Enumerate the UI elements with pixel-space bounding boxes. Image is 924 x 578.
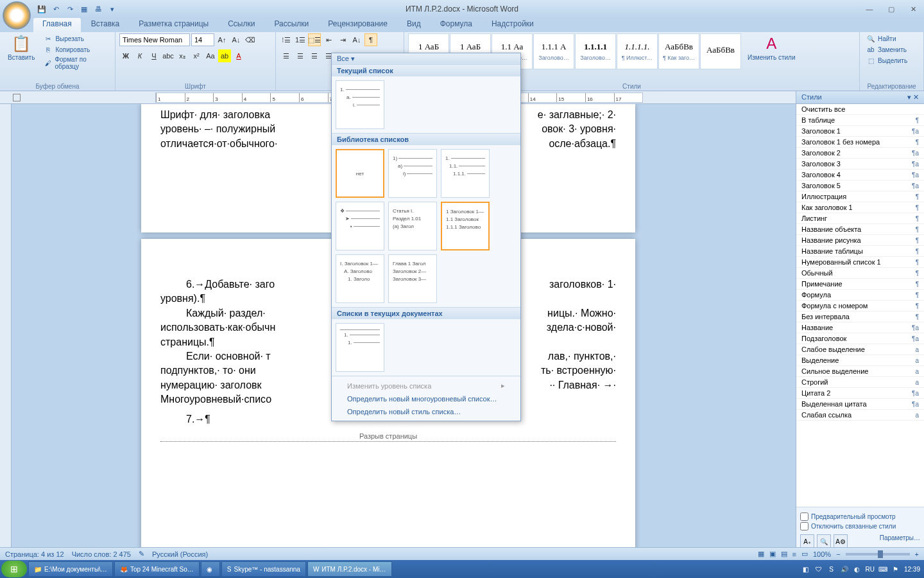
qat-more-icon[interactable]: ▾: [107, 3, 118, 15]
style-list-item[interactable]: В таблице¶: [796, 115, 924, 126]
clock[interactable]: 12:39: [904, 566, 920, 573]
font-name-select[interactable]: [119, 33, 190, 46]
change-styles-button[interactable]: A Изменить стили: [744, 33, 799, 62]
word-count[interactable]: Число слов: 2 475: [72, 550, 131, 558]
copy-button[interactable]: ⎘Копировать: [41, 44, 111, 55]
shrink-font-button[interactable]: A↓: [230, 33, 243, 46]
list-preview-current[interactable]: 1. a. i.: [336, 80, 384, 129]
list-preview-item[interactable]: 1 Заголовок 1— 1.1 Заголовок 1.1.1 Загол…: [441, 202, 490, 250]
align-center-button[interactable]: ☰: [294, 49, 307, 62]
menu-define-style[interactable]: Определить новый стиль списка…: [332, 405, 520, 418]
zoom-level[interactable]: 100%: [813, 550, 831, 558]
show-marks-button[interactable]: ¶: [364, 33, 377, 46]
zoom-slider[interactable]: [846, 553, 910, 556]
style-list-item[interactable]: Заголовок 4¶а: [796, 170, 924, 180]
tab-addins[interactable]: Надстройки: [483, 18, 543, 32]
style-list-item[interactable]: Листинг¶: [796, 213, 924, 224]
style-list-item[interactable]: Нумерованный список 1¶: [796, 257, 924, 268]
style-list-item[interactable]: Сильное выделениеa: [796, 366, 924, 377]
style-list-item[interactable]: Заголовок 2¶а: [796, 148, 924, 159]
cut-button[interactable]: ✂Вырезать: [41, 33, 111, 44]
increase-indent-button[interactable]: ⇥: [336, 33, 349, 46]
style-list-item[interactable]: Заголовок 1 без номера¶: [796, 137, 924, 148]
numbering-button[interactable]: 1☰: [294, 33, 307, 46]
font-color-button[interactable]: A: [232, 49, 245, 62]
tab-layout[interactable]: Разметка страницы: [130, 18, 218, 32]
multilevel-list-button[interactable]: ⬚☰: [308, 33, 321, 46]
style-gallery-item[interactable]: 1.1.1 АЗаголово…: [533, 33, 574, 69]
style-list-item[interactable]: Выделениеa: [796, 355, 924, 366]
tray-icon[interactable]: ⚑: [891, 565, 900, 574]
preview-checkbox[interactable]: Предварительный просмотр: [800, 512, 920, 521]
table-icon[interactable]: ▦: [78, 3, 90, 15]
subscript-button[interactable]: x₂: [176, 49, 189, 62]
style-list-item[interactable]: Подзаголовок¶а: [796, 333, 924, 344]
view-full-screen[interactable]: ▣: [769, 550, 776, 558]
minimize-button[interactable]: —: [861, 3, 878, 15]
tab-selector[interactable]: [13, 94, 21, 101]
undo-icon[interactable]: ↶: [50, 3, 62, 15]
style-list-item[interactable]: Название таблицы¶: [796, 246, 924, 257]
taskbar-item[interactable]: 📁E:\Мои документы\…: [28, 561, 113, 577]
view-outline[interactable]: ≡: [792, 550, 796, 558]
style-list-item[interactable]: Слабое выделениеa: [796, 344, 924, 355]
replace-button[interactable]: abЗаменить: [864, 44, 910, 55]
print-icon[interactable]: 🖶: [92, 3, 104, 15]
style-list-item[interactable]: Выделенная цитата¶а: [796, 399, 924, 410]
tab-mailings[interactable]: Рассылки: [265, 18, 318, 32]
tab-formula[interactable]: Формула: [431, 18, 481, 32]
align-left-button[interactable]: ☰: [280, 49, 293, 62]
list-preview-none[interactable]: нет: [336, 149, 384, 198]
list-preview-item[interactable]: I. Заголовок 1— A. Заголово 1. Заголо: [336, 254, 384, 303]
style-gallery-item[interactable]: 1.1.1.1.¶ Иллюст…: [617, 33, 658, 69]
style-list-item[interactable]: Формула¶: [796, 290, 924, 301]
start-button[interactable]: ⊞: [1, 561, 27, 577]
save-icon[interactable]: 💾: [36, 3, 47, 15]
view-draft[interactable]: ▭: [801, 550, 808, 558]
list-preview-item[interactable]: 1) a) i): [388, 149, 437, 198]
taskbar-item[interactable]: WИТМ Л.Р.2.docx - Mi…: [307, 561, 392, 577]
tray-icon[interactable]: ◐: [853, 565, 862, 574]
list-preview-item[interactable]: Глава 1 Загол Заголовок 2— Заголовок 3—: [388, 254, 437, 303]
dropdown-filter[interactable]: Все ▾: [332, 53, 520, 64]
style-list-item[interactable]: Цитата 2¶а: [796, 388, 924, 399]
style-list-item[interactable]: Обычный¶: [796, 268, 924, 279]
styles-params-link[interactable]: Параметры…: [880, 534, 920, 548]
spellcheck-icon[interactable]: ✎: [139, 550, 144, 558]
style-gallery-item[interactable]: АаБбВв: [700, 33, 741, 69]
menu-define-multilevel[interactable]: Определить новый многоуровневый список…: [332, 392, 520, 405]
style-list-item[interactable]: Строгийa: [796, 377, 924, 388]
change-case-button[interactable]: Aa: [204, 49, 217, 62]
style-list-item[interactable]: Заголовок 3¶а: [796, 159, 924, 170]
tab-home[interactable]: Главная: [33, 18, 81, 32]
language-indicator[interactable]: Русский (Россия): [152, 550, 208, 558]
taskbar-item[interactable]: ◉: [201, 561, 220, 577]
list-preview-item[interactable]: Статья I. Раздел 1.01 (a) Загол: [388, 202, 437, 250]
style-list-item[interactable]: Очистить все: [796, 104, 924, 115]
zoom-out-button[interactable]: −: [836, 550, 840, 558]
taskbar-item[interactable]: SSkype™ - nastassanna: [221, 561, 306, 577]
zoom-in-button[interactable]: +: [915, 550, 919, 558]
style-list-item[interactable]: Без интервала¶: [796, 311, 924, 322]
style-list-item[interactable]: Заголовок 1¶а: [796, 126, 924, 137]
new-style-button[interactable]: A₊: [800, 534, 814, 548]
sort-button[interactable]: A↓: [350, 33, 363, 46]
style-list-item[interactable]: Название рисунка¶: [796, 235, 924, 246]
underline-button[interactable]: Ч: [148, 49, 160, 62]
find-button[interactable]: 🔍Найти: [864, 33, 910, 44]
style-gallery-item[interactable]: 1.1.1.1Заголово…: [575, 33, 616, 69]
superscript-button[interactable]: x²: [190, 49, 203, 62]
tray-icon[interactable]: ◧: [801, 565, 810, 574]
tab-view[interactable]: Вид: [398, 18, 430, 32]
style-inspector-button[interactable]: 🔍: [817, 534, 831, 548]
vertical-ruler[interactable]: [0, 104, 12, 552]
redo-icon[interactable]: ↷: [64, 3, 76, 15]
grow-font-button[interactable]: A↑: [216, 33, 228, 46]
tray-icon[interactable]: ⌨: [878, 565, 887, 574]
italic-button[interactable]: К: [133, 49, 146, 62]
style-list-item[interactable]: Формула с номером¶: [796, 301, 924, 311]
tab-references[interactable]: Ссылки: [219, 18, 264, 32]
close-pane-button[interactable]: ▾ ✕: [907, 93, 919, 101]
styles-list[interactable]: Очистить всеВ таблице¶Заголовок 1¶аЗагол…: [796, 104, 924, 507]
maximize-button[interactable]: ▢: [883, 3, 900, 15]
